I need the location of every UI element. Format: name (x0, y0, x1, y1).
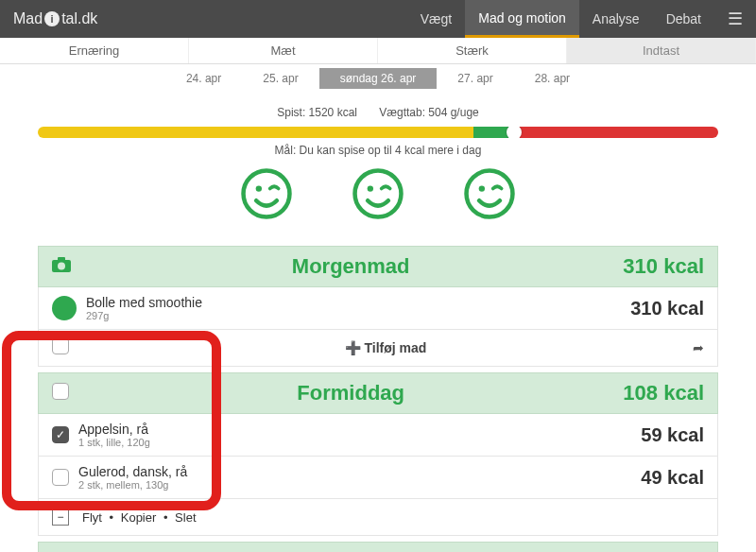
add-food-row: ➕ Tilføj mad ➦ (38, 330, 718, 367)
food-kcal: 310 kcal (630, 298, 704, 319)
nav-debate[interactable]: Debat (653, 0, 714, 38)
meal-kcal: 310 kcal (623, 254, 704, 279)
meal-kcal: 108 kcal (623, 381, 704, 405)
add-food-button[interactable]: ➕ Tilføj mad (78, 340, 693, 355)
nav-analysis[interactable]: Analyse (579, 0, 653, 38)
food-sub: 297g (86, 310, 202, 321)
meal-header-morgenmad[interactable]: Morgenmad 310 kcal (38, 246, 718, 287)
subnav-input[interactable]: Indtast (567, 38, 756, 63)
date-28[interactable]: 28. apr (514, 68, 591, 89)
stats-loss: Vægttab: 504 g/uge (379, 106, 478, 119)
action-delete[interactable]: Slet (175, 510, 196, 525)
food-color-dot (52, 296, 77, 320)
deselect-icon[interactable]: − (52, 509, 69, 526)
meal-title: Morgenmad (78, 254, 623, 279)
smiley-icon (351, 166, 405, 225)
svg-point-4 (467, 171, 513, 217)
bulk-action-row: − Flyt • Kopier • Slet (38, 499, 718, 536)
nav-food-exercise[interactable]: Mad og motion (465, 0, 579, 38)
food-row[interactable]: ✓ Appelsin, rå 1 stk, lille, 120g 59 kca… (38, 414, 718, 457)
bar-segment-red (514, 127, 718, 138)
svg-point-5 (479, 185, 485, 191)
stats-eaten: Spist: 1520 kcal (277, 106, 357, 119)
food-sub: 2 stk, mellem, 130g (78, 479, 187, 491)
share-icon[interactable]: ➦ (693, 340, 704, 355)
logo-info-icon: i (44, 11, 60, 26)
subnav-nutrition[interactable]: Ernæring (0, 38, 189, 63)
food-name: Bolle med smoothie (86, 295, 202, 310)
svg-point-2 (355, 171, 402, 217)
action-copy[interactable]: Kopier (121, 510, 157, 525)
svg-point-3 (368, 185, 373, 191)
food-kcal: 59 kcal (641, 424, 704, 446)
meal-title: Formiddag (78, 381, 623, 405)
hamburger-icon[interactable]: ☰ (714, 0, 756, 38)
food-name: Gulerod, dansk, rå (78, 464, 187, 479)
date-27[interactable]: 27. apr (437, 68, 513, 89)
bar-knob[interactable] (507, 127, 522, 138)
food-sub: 1 stk, lille, 120g (78, 437, 150, 448)
camera-icon[interactable] (52, 257, 78, 277)
date-25[interactable]: 25. apr (242, 68, 318, 89)
date-24[interactable]: 24. apr (165, 68, 242, 89)
logo[interactable]: Mad i tal.dk (0, 10, 111, 27)
svg-point-0 (244, 171, 290, 217)
bar-segment-yellow (38, 127, 473, 138)
food-name: Appelsin, rå (78, 422, 150, 437)
sub-nav: Ernæring Mæt Stærk Indtast (0, 38, 756, 64)
food-checkbox[interactable]: ✓ (52, 426, 69, 443)
meal-header-frokost[interactable]: Frokost 500 kcal (38, 542, 718, 552)
top-nav: Mad i tal.dk Vægt Mad og motion Analyse … (0, 0, 756, 38)
add-food-label: Tilføj mad (365, 340, 427, 355)
subnav-satiety[interactable]: Mæt (189, 38, 378, 63)
date-strip: 24. apr 25. apr søndag 26. apr 27. apr 2… (0, 68, 756, 89)
svg-point-1 (256, 185, 262, 191)
goal-line: Mål: Du kan spise op til 4 kcal mere i d… (0, 144, 756, 157)
svg-rect-7 (58, 257, 65, 261)
logo-text-pre: Mad (13, 10, 43, 27)
svg-point-8 (58, 262, 65, 269)
subnav-strong[interactable]: Stærk (378, 38, 567, 63)
nav-weight[interactable]: Vægt (407, 0, 465, 38)
plus-icon: ➕ (345, 340, 361, 355)
calorie-bar (38, 127, 718, 138)
food-row[interactable]: Gulerod, dansk, rå 2 stk, mellem, 130g 4… (38, 457, 718, 499)
food-checkbox[interactable] (52, 469, 69, 486)
stats-line: Spist: 1520 kcal Vægttab: 504 g/uge (0, 106, 756, 119)
smileys-row (0, 166, 756, 225)
action-move[interactable]: Flyt (82, 510, 102, 525)
select-all-checkbox[interactable] (52, 337, 69, 354)
food-row[interactable]: Bolle med smoothie 297g 310 kcal (38, 287, 718, 330)
food-kcal: 49 kcal (641, 467, 704, 489)
smiley-icon (462, 166, 517, 225)
smiley-icon (239, 166, 294, 225)
logo-text-post: tal.dk (61, 10, 97, 27)
meal-header-formiddag[interactable]: Formiddag 108 kcal (38, 372, 718, 414)
date-26-active[interactable]: søndag 26. apr (319, 68, 438, 89)
select-all-checkbox[interactable] (52, 383, 69, 400)
meals-container: Morgenmad 310 kcal Bolle med smoothie 29… (0, 246, 756, 552)
